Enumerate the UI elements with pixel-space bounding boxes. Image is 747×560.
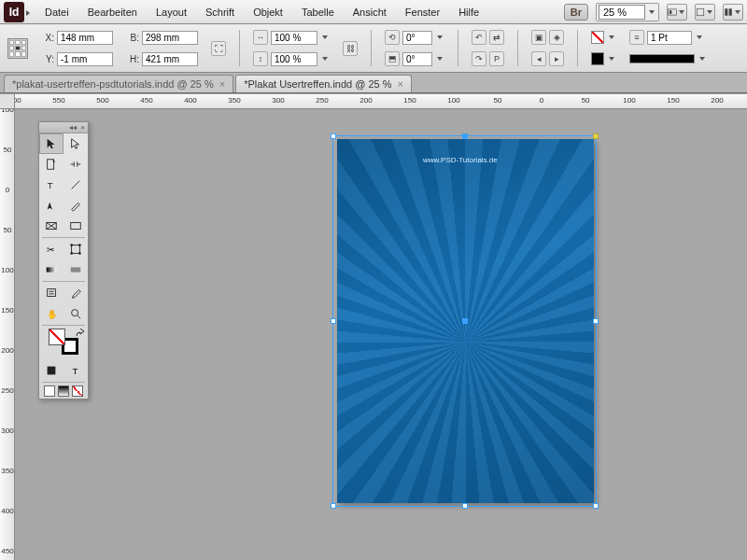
menu-bar: Id Datei Bearbeiten Layout Schrift Objek… (0, 0, 747, 24)
bridge-button[interactable]: Br (564, 4, 588, 21)
chevron-down-icon (735, 10, 740, 14)
selection-tool[interactable] (39, 133, 63, 154)
ruler-origin[interactable] (0, 94, 15, 109)
menu-layout[interactable]: Layout (147, 7, 196, 18)
reference-point[interactable] (7, 28, 28, 68)
eyedropper-tool[interactable] (63, 283, 88, 303)
rotate-cw-icon[interactable]: ↷ (472, 51, 486, 66)
tab-label: *Plakat Usertreffen.indd @ 25 % (244, 78, 391, 90)
apply-fill-icon[interactable] (39, 360, 63, 381)
apply-gradient-swatch[interactable] (58, 385, 69, 397)
apply-none-swatch[interactable] (44, 385, 55, 397)
select-prev-icon[interactable]: ◂ (531, 51, 546, 66)
canvas[interactable]: www.PSD-Tutorials.de ◂◂× T ✂ (15, 109, 747, 560)
x-input[interactable] (57, 31, 113, 45)
svg-rect-5 (48, 160, 54, 170)
shear-icon: ⬒ (385, 51, 400, 66)
y-input[interactable] (57, 52, 113, 66)
handle-se[interactable] (593, 503, 599, 509)
apply-text-icon[interactable]: T (63, 360, 88, 381)
flip-h-icon[interactable]: ⇄ (489, 30, 504, 45)
note-tool[interactable] (39, 283, 63, 303)
rotate-input[interactable] (402, 31, 432, 45)
type-tool[interactable]: T (39, 175, 63, 195)
rotate-ccw-icon[interactable]: ↶ (472, 30, 486, 45)
svg-text:✋: ✋ (47, 309, 58, 320)
stroke-weight-icon: ≡ (629, 30, 644, 45)
view-options-icon[interactable] (667, 4, 687, 21)
screen-mode-icon[interactable] (695, 4, 715, 21)
svg-line-7 (72, 181, 80, 189)
close-icon[interactable]: × (80, 123, 85, 132)
zoom-tool[interactable] (63, 303, 88, 324)
menu-file[interactable]: Datei (35, 7, 78, 18)
gradient-swatch-tool[interactable] (39, 259, 63, 280)
height-input[interactable] (142, 52, 198, 66)
w-label: B: (126, 33, 139, 43)
select-content-icon[interactable]: ◈ (549, 30, 564, 45)
direct-selection-tool[interactable] (63, 133, 88, 154)
page-tool[interactable] (39, 154, 63, 175)
svg-point-15 (78, 244, 81, 246)
gap-tool[interactable] (63, 154, 88, 175)
svg-rect-19 (71, 267, 81, 272)
scale-y-icon: ↕ (253, 51, 268, 66)
gradient-feather-tool[interactable] (63, 259, 88, 280)
select-container-icon[interactable]: ▣ (531, 30, 546, 45)
stroke-style[interactable] (629, 54, 695, 63)
scale-x-icon: ↔ (253, 30, 268, 45)
free-transform-tool[interactable] (63, 239, 88, 259)
pencil-tool[interactable] (63, 195, 88, 216)
menu-table[interactable]: Tabelle (292, 7, 344, 18)
apply-color-swatch[interactable] (72, 385, 83, 397)
hand-tool[interactable]: ✋ (39, 303, 63, 324)
collapse-icon[interactable]: ◂◂ (69, 123, 77, 132)
fill-swatch[interactable] (591, 31, 604, 44)
menu-edit[interactable]: Bearbeiten (78, 7, 147, 18)
p-icon[interactable]: P (489, 51, 504, 66)
scale-y-input[interactable] (271, 52, 317, 66)
zoom-level[interactable]: 25 % (596, 3, 659, 21)
handle-w[interactable] (331, 318, 336, 324)
handle-sw[interactable] (331, 503, 336, 509)
pen-tool[interactable] (39, 195, 63, 216)
stroke-weight-input[interactable] (647, 31, 692, 45)
link-icon[interactable]: ⛓ (343, 41, 358, 56)
horizontal-ruler[interactable]: 6005505004504003503002502001501005005010… (15, 94, 747, 109)
stroke-swatch[interactable] (591, 52, 604, 65)
doc-tab-0[interactable]: *plakat-usertreffen-psdtutorials.indd @ … (4, 75, 233, 92)
svg-text:✂: ✂ (47, 245, 54, 255)
menu-window[interactable]: Fenster (396, 7, 449, 18)
handle-s[interactable] (462, 503, 468, 509)
swap-colors-icon[interactable] (76, 329, 85, 338)
scissors-tool[interactable]: ✂ (39, 239, 63, 259)
rectangle-tool[interactable] (63, 216, 88, 236)
tools-panel[interactable]: ◂◂× T ✂ ✋ (38, 121, 89, 399)
menu-view[interactable]: Ansicht (344, 7, 396, 18)
panel-header[interactable]: ◂◂× (39, 122, 88, 133)
fill-color[interactable] (49, 329, 65, 345)
chevron-down-icon (707, 10, 712, 14)
constrain-icon[interactable]: ⛶ (211, 41, 226, 56)
rotate-icon: ⟲ (385, 30, 400, 45)
select-next-icon[interactable]: ▸ (549, 51, 564, 66)
svg-rect-3 (725, 8, 727, 16)
fill-stroke-swatch[interactable] (39, 327, 88, 360)
vertical-ruler[interactable]: 10050050100150200250300350400450 (0, 109, 15, 560)
svg-rect-2 (697, 8, 704, 16)
doc-tab-1[interactable]: *Plakat Usertreffen.indd @ 25 %× (235, 75, 412, 92)
arrange-docs-icon[interactable] (723, 4, 743, 21)
handle-nw[interactable] (331, 133, 336, 139)
close-icon[interactable]: × (398, 78, 403, 90)
app-logo[interactable]: Id (4, 2, 24, 22)
menu-object[interactable]: Objekt (244, 7, 292, 18)
shear-input[interactable] (402, 52, 432, 66)
document-page[interactable]: www.PSD-Tutorials.de (337, 139, 594, 503)
menu-help[interactable]: Hilfe (449, 7, 488, 18)
line-tool[interactable] (63, 175, 88, 195)
width-input[interactable] (142, 31, 198, 45)
menu-type[interactable]: Schrift (196, 7, 244, 18)
close-icon[interactable]: × (219, 78, 225, 90)
rectangle-frame-tool[interactable] (39, 216, 63, 236)
scale-x-input[interactable] (271, 31, 317, 45)
